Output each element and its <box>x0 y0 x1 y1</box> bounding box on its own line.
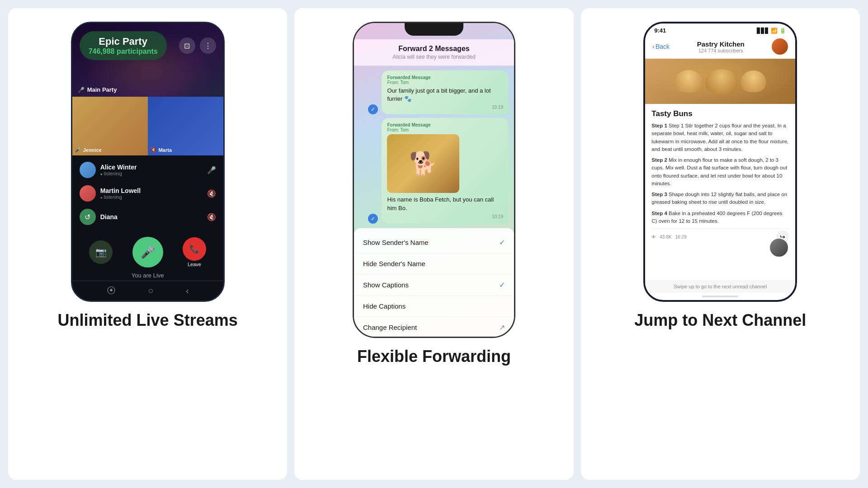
phone-live: Epic Party 746,988 participants ⊡ ⋮ 🎤 <box>71 22 225 302</box>
action-label-show-sender: Show Sender's Name <box>363 239 429 246</box>
check-show-sender: ✓ <box>499 238 505 247</box>
thumb-jennice: 🎤 Jennice <box>72 97 148 155</box>
messages-area: ✓ Forwarded Message From: Tom Our family… <box>354 66 514 228</box>
card-forwarding: Forward 2 Messages Alicia will see they … <box>294 8 573 480</box>
post-stats: 👁 43.6K 16:29 <box>651 235 686 239</box>
mic-martin-icon: 🔇 <box>207 189 216 198</box>
epic-party-count: 746,988 participants <box>89 47 158 56</box>
change-recipient-icon: ↗ <box>499 323 505 332</box>
live-controls: 📷 🎤 📞 Leave <box>72 231 223 271</box>
main-party-overlay: 🎤 Main Party <box>78 86 117 93</box>
msg-text-1: Our family just got a bit bigger, and a … <box>387 87 503 103</box>
msg-caption-2: His name is Boba Fetch, but you can call… <box>387 196 503 212</box>
action-show-sender[interactable]: Show Sender's Name ✓ <box>354 232 514 253</box>
thumb-label-2: 🔇 Marta <box>151 147 172 153</box>
views-icon: 👁 <box>651 235 656 239</box>
avatar-martin <box>80 185 96 202</box>
recipe-step-1: Step 1 Step 1 Stir together 2 cups flour… <box>651 122 789 153</box>
action-hide-captions[interactable]: Hide Captions <box>354 296 514 317</box>
card2-title: Flexible Forwarding <box>357 347 511 366</box>
action-change-recipient[interactable]: Change Recipient ↗ <box>354 317 514 338</box>
diana-name: Diana <box>100 213 203 221</box>
mic-button[interactable]: 🎤 <box>132 237 163 267</box>
mic-alice-icon: 🎤 <box>207 166 216 174</box>
mic-icon-small: 🎤 <box>78 87 85 93</box>
mic-diana-icon: 🔇 <box>207 213 216 221</box>
nav-home-icon[interactable]: ○ <box>148 286 153 296</box>
nav-back-icon[interactable]: ‹ <box>186 286 189 296</box>
channel-hero-image <box>645 59 795 104</box>
card3-title: Jump to Next Channel <box>634 311 806 330</box>
live-thumbnails: 🎤 Jennice 🔇 Marta <box>72 97 223 155</box>
participant-info-diana: Diana <box>100 213 203 221</box>
msg-time-1: 10:19 <box>387 105 503 110</box>
card-live-streams: Epic Party 746,988 participants ⊡ ⋮ 🎤 <box>8 8 287 480</box>
signal-icon: ▊▊▊ <box>757 28 769 34</box>
recipe-step-3: Step 3 Shape dough into 12 slightly flat… <box>651 191 789 206</box>
thumb-marta: 🔇 Marta <box>148 97 223 155</box>
channel-nav: ‹ Back Pastry Kitchen 124 774 subscriber… <box>645 36 795 59</box>
action-label-hide-captions: Hide Captions <box>363 302 406 310</box>
you-are-live-label: You are Live <box>72 271 223 281</box>
mic-thumb-icon: 🎤 <box>75 147 81 153</box>
leave-label: Leave <box>188 262 201 267</box>
forward-content: Forward 2 Messages Alicia will see they … <box>354 23 514 337</box>
cards-container: Epic Party 746,988 participants ⊡ ⋮ 🎤 <box>0 0 868 488</box>
wifi-icon: 📶 <box>771 28 778 34</box>
swipe-hint: Swipe up to go to the next unread channe… <box>645 280 795 293</box>
martin-name: Martin Lowell <box>100 187 203 194</box>
recipe-title: Tasty Buns <box>651 109 789 118</box>
check-show-captions: ✓ <box>499 281 505 289</box>
channel-wrapper: 9:41 ▊▊▊ 📶 🔋 ‹ Back Pastry Kitchen <box>645 23 795 300</box>
participant-row-diana: ↺ Diana 🔇 <box>78 206 218 228</box>
channel-content: Tasty Buns Step 1 Step 1 Stir together 2… <box>645 104 795 280</box>
recipe-step-4: Step 4 Bake in a preheated 400 degrees F… <box>651 210 789 225</box>
status-time: 9:41 <box>654 27 666 34</box>
participant-info-alice: Alice Winter listening <box>100 164 203 176</box>
post-footer: 👁 43.6K 16:29 ↪ <box>651 228 789 245</box>
chevron-left-icon: ‹ <box>652 43 655 50</box>
thumb-label-1: 🎤 Jennice <box>75 147 102 153</box>
action-sheet: Show Sender's Name ✓ Hide Sender's Name … <box>354 228 514 338</box>
msg-row-2: ✓ Forwarded Message From: Tom 🐕 His name… <box>359 118 509 223</box>
phone-notch <box>405 23 463 36</box>
participant-row-martin: Martin Lowell listening 🔇 <box>78 183 218 204</box>
epic-party-badge: Epic Party 746,988 participants <box>80 31 167 60</box>
leave-button[interactable]: 📞 <box>183 237 206 261</box>
action-show-captions[interactable]: Show Captions ✓ <box>354 274 514 296</box>
expand-icon[interactable]: ⊡ <box>179 38 195 54</box>
fwd-label-2: Forwarded Message <box>387 122 503 127</box>
back-button[interactable]: ‹ Back <box>652 43 670 50</box>
msg-row-1: ✓ Forwarded Message From: Tom Our family… <box>359 70 509 114</box>
forward-title: Forward 2 Messages <box>361 45 507 53</box>
channel-subs: 124 774 subscribers <box>674 48 767 53</box>
forward-header: Forward 2 Messages Alicia will see they … <box>354 39 514 66</box>
channel-info: Pastry Kitchen 124 774 subscribers <box>674 40 767 53</box>
nav-menu-icon[interactable]: ⦿ <box>107 286 116 296</box>
action-label-show-captions: Show Captions <box>363 281 409 289</box>
checkbox-1[interactable]: ✓ <box>368 104 378 114</box>
dog-emoji: 🐕 <box>409 150 437 177</box>
action-label-hide-sender: Hide Sender's Name <box>363 260 425 267</box>
recipe-step-2: Step 2 Mix in enough flour to make a sof… <box>651 156 789 188</box>
avatar-diana: ↺ <box>80 209 96 225</box>
channel-avatar <box>772 38 788 55</box>
phone-forward: Forward 2 Messages Alicia will see they … <box>353 22 515 338</box>
alice-name: Alice Winter <box>100 164 203 171</box>
action-hide-sender[interactable]: Hide Sender's Name <box>354 253 514 274</box>
video-toggle-button[interactable]: 📷 <box>89 240 113 264</box>
phone-live-inner: Epic Party 746,988 participants ⊡ ⋮ 🎤 <box>72 23 223 300</box>
card-channel: 9:41 ▊▊▊ 📶 🔋 ‹ Back Pastry Kitchen <box>581 8 860 480</box>
main-party-label: Main Party <box>87 86 117 93</box>
dog-image: 🐕 <box>387 134 459 193</box>
action-label-change-recipient: Change Recipient <box>363 324 417 331</box>
phone-nav-bar: ⦿ ○ ‹ <box>72 281 223 300</box>
msg-bubble-2: Forwarded Message From: Tom 🐕 His name i… <box>382 118 509 223</box>
checkbox-2[interactable]: ✓ <box>368 214 378 224</box>
msg-time-2: 10:19 <box>387 214 503 219</box>
post-views: 43.6K <box>660 235 671 239</box>
channel-user-avatar <box>769 238 789 258</box>
live-participants: Alice Winter listening 🎤 Martin Lowell l… <box>72 155 223 231</box>
forward-subtitle: Alicia will see they were forwarded <box>361 54 507 60</box>
more-options-icon[interactable]: ⋮ <box>200 38 216 54</box>
